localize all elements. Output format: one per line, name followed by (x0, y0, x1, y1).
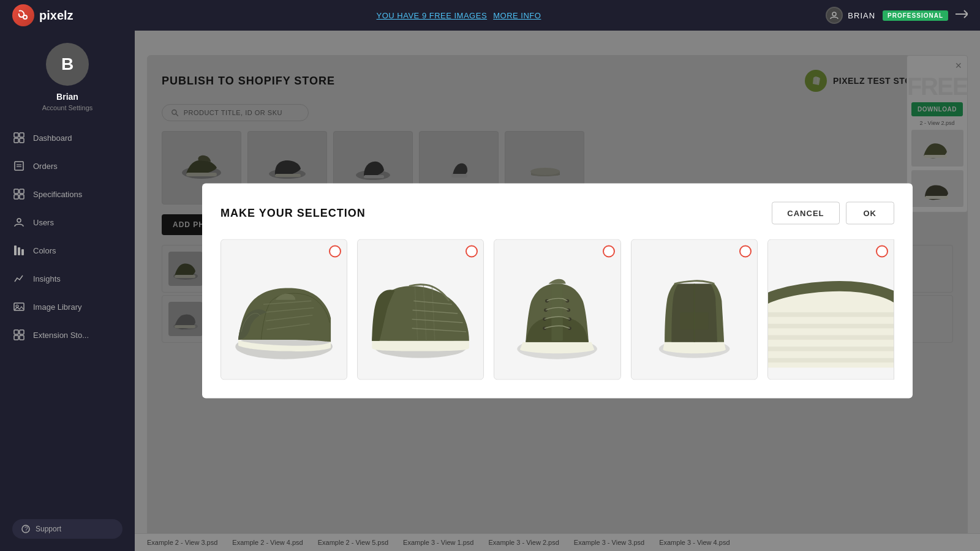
svg-rect-55 (552, 284, 564, 341)
selection-image-2[interactable] (357, 239, 484, 380)
sidebar: B Brian Account Settings Dashboard (0, 31, 135, 551)
sidebar-item-image-library[interactable]: Image Library (0, 293, 135, 321)
sidebar-label-dashboard: Dashboard (33, 133, 72, 143)
banner-link[interactable]: MORE INFO (493, 11, 541, 20)
dashboard-icon (12, 131, 26, 144)
content-area: PUBLISH TO SHOPIFY STORE PIXELZ TEST STO… (135, 31, 980, 551)
selection-modal-actions: CANCEL OK (772, 202, 894, 225)
selection-img-display-2 (357, 239, 484, 380)
selection-img-display-1 (221, 239, 347, 380)
selection-image-3[interactable] (494, 239, 620, 380)
app-logo[interactable]: pixelz (12, 4, 74, 26)
svg-rect-19 (14, 330, 18, 334)
specifications-icon (12, 187, 26, 201)
svg-rect-4 (14, 138, 18, 143)
svg-rect-16 (21, 249, 24, 255)
insights-icon (12, 272, 26, 285)
avatar: B (46, 43, 89, 86)
support-button[interactable]: ? Support (12, 519, 123, 539)
svg-point-13 (17, 219, 21, 222)
topbar-username: BRIAN (848, 11, 875, 20)
svg-rect-71 (768, 358, 894, 362)
selection-modal-header: MAKE YOUR SELECTION CANCEL OK (221, 202, 894, 225)
avatar-small (826, 7, 843, 24)
sidebar-label-extension-store: Extension Sto... (33, 331, 89, 340)
account-settings-link[interactable]: Account Settings (42, 104, 93, 111)
svg-point-1 (832, 12, 836, 16)
sidebar-item-colors[interactable]: Colors (0, 236, 135, 264)
svg-rect-68 (768, 324, 894, 328)
svg-rect-9 (14, 189, 18, 193)
svg-point-0 (23, 15, 27, 19)
selection-img-display-5 (767, 239, 894, 380)
topbar: pixelz YOU HAVE 9 FREE IMAGES MORE INFO … (0, 0, 980, 31)
svg-rect-2 (14, 133, 18, 137)
selection-modal: MAKE YOUR SELECTION CANCEL OK (202, 184, 913, 399)
sidebar-item-extension-store[interactable]: Extension Sto... (0, 321, 135, 349)
svg-rect-22 (20, 335, 24, 340)
image-library-icon (12, 300, 26, 313)
orders-icon (12, 159, 26, 173)
selection-img-display-4 (631, 239, 758, 380)
svg-rect-66 (680, 312, 709, 329)
ok-button[interactable]: OK (846, 202, 895, 225)
selection-images-row (221, 239, 894, 380)
selection-image-5[interactable] (767, 239, 894, 380)
radio-image-5[interactable] (876, 246, 888, 258)
svg-rect-67 (768, 312, 894, 317)
sidebar-label-insights: Insights (33, 274, 61, 283)
support-label: Support (36, 525, 61, 533)
sidebar-label-specifications: Specifications (33, 190, 82, 199)
topbar-right: BRIAN PROFESSIONAL (826, 7, 968, 24)
sidebar-item-specifications[interactable]: Specifications (0, 180, 135, 208)
sidebar-bottom: ? Support (0, 507, 135, 551)
sidebar-nav: Dashboard Orders (0, 124, 135, 349)
logo-icon (12, 4, 34, 26)
sidebar-item-users[interactable]: Users (0, 208, 135, 236)
sidebar-label-colors: Colors (33, 246, 56, 255)
radio-image-3[interactable] (603, 246, 615, 258)
banner-text: YOU HAVE 9 FREE IMAGES (377, 11, 488, 20)
svg-rect-11 (14, 195, 18, 199)
svg-rect-14 (14, 246, 17, 255)
sidebar-username: Brian (56, 92, 78, 102)
sidebar-item-orders[interactable]: Orders (0, 152, 135, 180)
selection-image-4[interactable] (631, 239, 758, 380)
svg-rect-10 (20, 189, 24, 193)
svg-point-59 (567, 309, 571, 312)
selection-modal-title: MAKE YOUR SELECTION (221, 207, 366, 220)
colors-icon (12, 244, 26, 257)
svg-rect-20 (20, 330, 24, 334)
radio-image-4[interactable] (739, 246, 752, 258)
svg-rect-21 (14, 335, 18, 340)
svg-rect-12 (20, 195, 24, 199)
svg-rect-3 (20, 133, 24, 137)
topbar-user[interactable]: BRIAN (826, 7, 875, 24)
svg-rect-6 (15, 162, 23, 170)
sidebar-label-orders: Orders (33, 162, 58, 171)
svg-rect-69 (768, 335, 894, 339)
main-layout: B Brian Account Settings Dashboard (0, 31, 980, 551)
sidebar-item-dashboard[interactable]: Dashboard (0, 124, 135, 152)
pro-badge: PROFESSIONAL (883, 10, 948, 21)
sidebar-label-users: Users (33, 218, 54, 227)
topbar-banner: YOU HAVE 9 FREE IMAGES MORE INFO (92, 11, 826, 20)
cancel-button[interactable]: CANCEL (772, 202, 839, 225)
exit-button[interactable] (956, 8, 968, 23)
sidebar-label-image-library: Image Library (33, 302, 81, 312)
app-name: pixelz (39, 9, 74, 23)
sidebar-item-insights[interactable]: Insights (0, 264, 135, 293)
svg-text:?: ? (24, 526, 28, 533)
extension-store-icon (12, 328, 26, 342)
svg-rect-15 (18, 247, 20, 255)
users-icon (12, 216, 26, 229)
svg-rect-70 (768, 347, 894, 351)
selection-image-1[interactable] (221, 239, 347, 380)
svg-rect-5 (20, 138, 24, 143)
selection-img-display-3 (494, 239, 620, 380)
